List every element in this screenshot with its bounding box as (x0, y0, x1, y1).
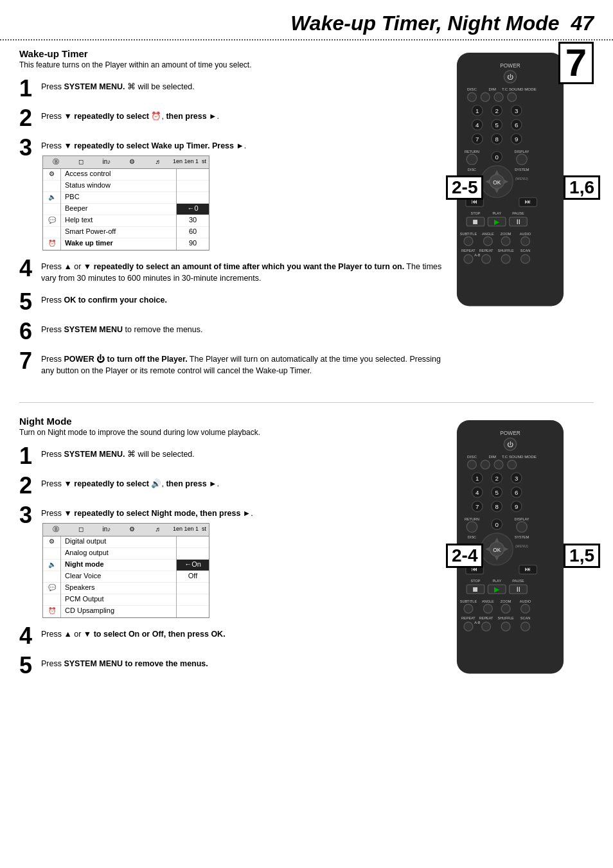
svg-point-65 (521, 237, 530, 246)
svg-text:STOP: STOP (471, 579, 481, 583)
val-6: 60 (177, 227, 209, 238)
icon-cell-6 (43, 227, 60, 238)
step-num-6: 6 (19, 320, 37, 343)
svg-point-84 (494, 460, 503, 469)
night-menu-body: ⚙ 🔈 💬 ⏰ Digital output (43, 536, 209, 617)
svg-text:ZOOM: ZOOM (501, 232, 511, 236)
svg-point-64 (501, 237, 510, 246)
svg-text:T.C SOUND MODE: T.C SOUND MODE (502, 455, 537, 459)
icon-cell-4 (43, 204, 60, 215)
n-menu-item-7: CD Upsampling (61, 606, 176, 617)
night-step-body-1: Press SYSTEM MENU. ⌘ will be selected. (41, 445, 446, 460)
wakeup-title: Wake-up Timer (19, 48, 446, 59)
wakeup-step-6: 6 Press SYSTEM MENU to remove the menus. (19, 320, 446, 343)
svg-text:OK: OK (493, 179, 501, 186)
svg-point-149 (521, 622, 530, 631)
svg-text:⏮: ⏮ (472, 565, 478, 572)
svg-text:7: 7 (475, 136, 479, 143)
n-val-2 (177, 548, 209, 560)
wakeup-section: Wake-up Timer This feature turns on the … (19, 48, 594, 383)
svg-text:DISC: DISC (467, 87, 477, 91)
n-icon-6 (43, 594, 60, 606)
svg-text:⏭: ⏭ (525, 198, 531, 205)
n-col-music: in♪ (96, 525, 117, 535)
svg-text:SYSTEM: SYSTEM (515, 168, 529, 172)
n-icon-1: ⚙ (43, 536, 60, 548)
badge-1-5: 1,5 (564, 544, 600, 568)
svg-text:PAUSE: PAUSE (512, 211, 524, 215)
svg-text:8: 8 (495, 504, 499, 511)
night-step-body-5: Press SYSTEM MENU to remove the menus. (41, 654, 446, 669)
svg-text:AUDIO: AUDIO (520, 232, 531, 236)
step-body-6: Press SYSTEM MENU to remove the menus. (41, 320, 446, 335)
wakeup-desc: This feature turns on the Player within … (19, 60, 446, 69)
svg-text:SUBTITLE: SUBTITLE (460, 599, 477, 603)
svg-text:⏭: ⏭ (525, 565, 531, 572)
night-icons-col: ⚙ 🔈 💬 ⏰ (43, 536, 61, 617)
icon-cell-2 (43, 181, 60, 192)
col-blank: ◻ (71, 157, 92, 167)
svg-text:T.C SOUND MODE: T.C SOUND MODE (502, 87, 537, 91)
col-end: 1en 1en 1 st (173, 157, 206, 167)
step-body-7: Press POWER ⏻ to turn off the Player. Th… (41, 350, 446, 376)
icon-cell-5: 💬 (43, 215, 60, 227)
svg-text:SCAN: SCAN (520, 616, 530, 620)
svg-text:OK: OK (493, 547, 501, 553)
wakeup-text: Wake-up Timer This feature turns on the … (19, 48, 446, 383)
night-step-num-2: 2 (19, 474, 37, 497)
page-title: Wake-up Timer, Night Mode 47 (19, 12, 594, 35)
svg-text:0: 0 (495, 521, 499, 528)
n-icon-5: 💬 (43, 583, 60, 594)
svg-point-72 (482, 254, 491, 263)
n-val-6 (177, 594, 209, 606)
svg-text:3: 3 (515, 107, 518, 114)
svg-point-137 (464, 605, 473, 614)
svg-text:▶: ▶ (494, 218, 500, 226)
svg-text:DISPLAY: DISPLAY (515, 150, 529, 154)
svg-text:7: 7 (475, 504, 479, 511)
svg-text:SUBTITLE: SUBTITLE (460, 232, 477, 236)
svg-text:DISC: DISC (468, 535, 476, 539)
svg-text:SHUFFLE: SHUFFLE (498, 616, 514, 620)
night-items-col: Digital output Analog output Night mode … (61, 536, 177, 617)
svg-text:A-B: A-B (474, 621, 481, 624)
n-icon-2 (43, 548, 60, 560)
n-menu-item-1: Digital output (61, 536, 176, 548)
night-step-body-3: Press ▼ repeatedly to select Night mode,… (41, 504, 446, 618)
svg-point-85 (508, 460, 517, 469)
wakeup-menu-table: Ⓑ ◻ in♪ ⚙ ♬ 1en 1en 1 st ⚙ (42, 155, 209, 251)
svg-text:DISC: DISC (467, 455, 477, 459)
wakeup-step-2: 2 Press ▼ repeatedly to select ⏰, then p… (19, 107, 446, 130)
svg-text:PLAY: PLAY (492, 211, 501, 215)
svg-text:⏸: ⏸ (515, 218, 522, 226)
night-menu-table: Ⓑ ◻ in♪ ⚙ ♬ 1en 1en 1 st ⚙ (42, 523, 209, 618)
svg-text:5: 5 (495, 121, 499, 128)
svg-point-146 (464, 622, 473, 631)
svg-text:(MENU): (MENU) (515, 544, 528, 548)
svg-point-62 (464, 237, 473, 246)
svg-point-8 (481, 93, 490, 102)
n-col-note: ♬ (147, 525, 168, 535)
night-step-body-4: Press ▲ or ▼ to select On or Off, then p… (41, 624, 446, 640)
menu-item-5: Help text (61, 215, 176, 227)
svg-text:2: 2 (495, 475, 499, 482)
section-divider (19, 402, 594, 403)
night-step-1: 1 Press SYSTEM MENU. ⌘ will be selected. (19, 445, 446, 468)
val-3 (177, 192, 209, 204)
n-val-3: ←On (177, 560, 209, 571)
menu-icons-col: ⚙ 🔈 💬 ⏰ (43, 169, 61, 250)
svg-point-147 (482, 622, 491, 631)
menu-item-1: Access control (61, 169, 176, 181)
menu-item-7: Wake up timer (61, 238, 176, 250)
n-col-icon: Ⓑ (46, 525, 66, 535)
svg-point-109 (517, 522, 528, 533)
svg-point-106 (466, 522, 477, 533)
val-2 (177, 181, 209, 192)
n-menu-item-6: PCM Output (61, 594, 176, 606)
step-body-3: Press ▼ repeatedly to select Wake up Tim… (41, 136, 446, 251)
menu-body: ⚙ 🔈 💬 ⏰ Access control (43, 169, 209, 250)
n-menu-item-2: Analog output (61, 548, 176, 560)
n-val-7 (177, 606, 209, 617)
n-col-gear: ⚙ (122, 525, 143, 535)
svg-text:6: 6 (515, 489, 518, 496)
